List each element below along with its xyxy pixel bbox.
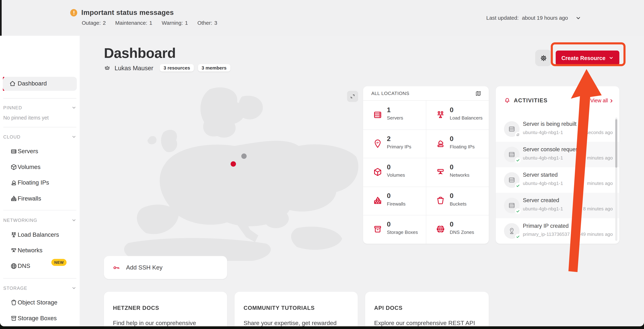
sidebar-item-load-balancers[interactable]: Load Balancers <box>0 229 80 240</box>
add-ssh-key-label: Add SSH Key <box>126 264 162 271</box>
crown-icon <box>104 65 110 71</box>
warning-count: Warning:1 <box>162 20 188 26</box>
stat-storage-boxes[interactable]: 0 Storage Boxes <box>363 215 426 244</box>
sidebar-item-servers[interactable]: Servers <box>0 146 80 157</box>
bucket-icon <box>10 299 17 306</box>
sidebar-item-firewalls[interactable]: Firewalls <box>0 193 80 204</box>
floating-ips-icon <box>436 139 445 148</box>
section-header-storage[interactable]: STORAGE <box>3 284 76 292</box>
locations-panel: ALL LOCATIONS 1 Servers 0 Load Balancers <box>363 86 489 244</box>
chevron-down-icon <box>72 134 76 139</box>
dns-globe-icon <box>10 262 17 269</box>
section-header-networking[interactable]: NETWORKING <box>3 217 76 224</box>
map-expand-button[interactable] <box>347 91 358 102</box>
api-docs-card[interactable]: API DOCS Explore our comprehensive REST … <box>365 292 489 326</box>
annotation-highlight-box <box>551 42 625 66</box>
check-status-icon <box>515 157 521 163</box>
stat-load-balancers[interactable]: 0 Load Balancers <box>426 101 489 129</box>
sidebar-item-object-storage[interactable]: Object Storage <box>0 297 80 308</box>
divider <box>3 278 76 279</box>
app-window: Important status messages Outage:2 Maint… <box>0 0 644 326</box>
stat-floating-ips[interactable]: 0 Floating IPs <box>426 129 489 158</box>
section-header-cloud[interactable]: CLOUD <box>3 133 76 141</box>
sidebar-item-label: Dashboard <box>18 80 47 87</box>
avatar <box>504 121 520 137</box>
storage-boxes-icon <box>373 224 382 234</box>
last-updated-label: Last updated: <box>486 15 519 21</box>
sidebar-item-dashboard[interactable]: Dashboard <box>3 77 77 91</box>
section-header-pinned[interactable]: PINNED <box>3 104 76 111</box>
project-meta: Lukas Mauser 3 resources 3 members <box>104 64 230 72</box>
servers-icon <box>10 148 17 155</box>
locations-panel-header: ALL LOCATIONS <box>363 86 489 101</box>
sidebar-item-storage-boxes[interactable]: Storage Boxes <box>0 312 80 324</box>
avatar <box>504 172 520 188</box>
bell-icon <box>504 98 510 104</box>
sidebar-item-volumes[interactable]: Volumes <box>0 161 80 173</box>
chevron-down-icon <box>72 218 76 223</box>
activities-title: ACTIVITIES <box>514 98 548 104</box>
warning-icon <box>70 9 77 16</box>
sync-status-icon <box>515 132 521 138</box>
hetzner-cloud-console: Important status messages Outage:2 Maint… <box>0 0 644 329</box>
stat-primary-ips[interactable]: IP 2 Primary IPs <box>363 129 426 158</box>
stat-firewalls[interactable]: 0 Firewalls <box>363 187 426 215</box>
stat-buckets[interactable]: 0 Buckets <box>426 187 489 215</box>
status-messages-bar: Important status messages Outage:2 Maint… <box>0 0 644 36</box>
volumes-icon <box>10 163 17 170</box>
check-status-icon <box>515 183 521 189</box>
stat-servers[interactable]: 1 Servers <box>363 101 426 129</box>
new-badge: NEW <box>52 259 67 266</box>
chevron-down-icon <box>72 286 76 291</box>
avatar <box>504 198 520 213</box>
sidebar-item-networks[interactable]: Networks <box>0 245 80 256</box>
community-tutorials-card[interactable]: COMMUNITY TUTORIALS Share your expertise… <box>234 292 358 326</box>
firewalls-icon <box>10 195 17 202</box>
stat-dns-zones[interactable]: 0 DNS Zones <box>426 215 489 244</box>
window-edge <box>0 0 2 36</box>
avatar <box>504 147 520 162</box>
divider <box>3 127 76 127</box>
buckets-icon <box>436 196 445 205</box>
stat-networks[interactable]: 0 Networks <box>426 158 489 187</box>
load-balancers-icon <box>436 110 445 120</box>
networks-icon <box>10 247 17 254</box>
networks-icon <box>436 167 445 177</box>
divider <box>3 98 76 99</box>
map-icon[interactable] <box>475 90 481 96</box>
outage-count: Outage:2 <box>82 20 106 26</box>
add-ssh-key-card[interactable]: Add SSH Key <box>104 256 227 279</box>
divider <box>3 210 76 210</box>
page-title: Dashboard <box>104 45 176 61</box>
key-icon <box>112 264 120 271</box>
firewalls-icon <box>373 196 382 205</box>
status-counts: Outage:2 Maintenance:1 Warning:1 Other:3 <box>82 20 217 26</box>
chevron-down-icon <box>72 105 76 110</box>
project-owner: Lukas Mauser <box>114 64 153 71</box>
avatar: IP <box>504 223 520 239</box>
last-updated-dropdown[interactable]: Last updated: about 19 hours ago <box>486 15 581 21</box>
other-count: Other:3 <box>197 20 217 26</box>
storage-box-icon <box>10 315 17 322</box>
annotation-arrow <box>546 39 628 277</box>
sidebar: Dashboard PINNED No pinned items yet CLO… <box>0 36 80 326</box>
members-badge[interactable]: 3 members <box>198 64 230 72</box>
floating-ips-icon <box>10 179 17 186</box>
maintenance-count: Maintenance:1 <box>115 20 152 26</box>
sidebar-item-dns[interactable]: DNS NEW <box>0 260 80 272</box>
stat-volumes[interactable]: 0 Volumes <box>363 158 426 187</box>
pinned-empty-text: No pinned items yet <box>3 115 48 121</box>
chevron-down-icon <box>576 15 581 21</box>
primary-ips-icon: IP <box>373 139 382 148</box>
map-location-dot-red <box>231 161 236 167</box>
servers-icon <box>373 110 382 120</box>
status-messages-title: Important status messages <box>81 9 174 17</box>
check-status-icon <box>515 208 521 214</box>
svg-text:IP: IP <box>376 141 379 144</box>
svg-text:IP: IP <box>511 229 512 231</box>
hetzner-docs-card[interactable]: HETZNER DOCS Find help in our comprehens… <box>104 292 227 326</box>
resources-badge[interactable]: 3 resources <box>160 64 194 72</box>
europe-map <box>104 84 363 261</box>
sidebar-item-floating-ips[interactable]: Floating IPs <box>0 177 80 188</box>
check-status-icon <box>515 234 521 240</box>
